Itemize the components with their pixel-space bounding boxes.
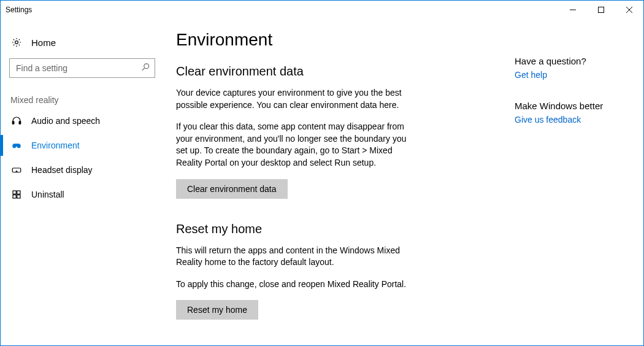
- svg-point-2: [144, 64, 149, 69]
- reset-home-button[interactable]: Reset my home: [176, 300, 258, 320]
- page-title: Environment: [176, 30, 499, 50]
- sidebar-item-label: Audio and speech: [31, 116, 100, 126]
- svg-rect-9: [17, 191, 20, 194]
- sidebar-category: Mixed reality: [1, 78, 166, 109]
- clear-environment-button[interactable]: Clear environment data: [176, 179, 288, 199]
- home-label: Home: [31, 37, 56, 48]
- close-button[interactable]: [615, 1, 643, 19]
- svg-rect-4: [19, 121, 21, 125]
- section-text: To apply this change, close and reopen M…: [176, 279, 415, 291]
- sidebar: Home Mixed reality Audio a: [1, 19, 166, 345]
- svg-rect-10: [13, 195, 16, 198]
- right-rail: Have a question? Get help Make Windows b…: [511, 19, 643, 345]
- section-text: If you clear this data, some app content…: [176, 121, 415, 169]
- section-title-reset-home: Reset my home: [176, 222, 499, 236]
- svg-rect-8: [13, 191, 16, 194]
- minimize-icon: [567, 4, 579, 16]
- section-title-clear-env: Clear environment data: [176, 64, 499, 79]
- minimize-button[interactable]: [559, 1, 587, 19]
- home-button[interactable]: Home: [1, 30, 166, 55]
- sidebar-item-label: Environment: [31, 140, 80, 150]
- search-container: [1, 55, 166, 78]
- window-controls: [559, 1, 643, 19]
- sidebar-item-label: Headset display: [31, 165, 93, 175]
- section-text: This will return the apps and content in…: [176, 245, 415, 269]
- environment-icon: [10, 139, 23, 152]
- section-text: Your device captures your environment to…: [176, 87, 415, 111]
- sidebar-item-audio-speech[interactable]: Audio and speech: [1, 109, 166, 133]
- sidebar-item-environment[interactable]: Environment: [1, 133, 166, 158]
- get-help-link[interactable]: Get help: [515, 70, 547, 80]
- maximize-icon: [595, 4, 607, 16]
- sidebar-item-headset-display[interactable]: Headset display: [1, 158, 166, 182]
- rail-feedback-heading: Make Windows better: [515, 101, 631, 111]
- uninstall-icon: [10, 188, 23, 201]
- svg-rect-0: [599, 7, 604, 13]
- window-body: Home Mixed reality Audio a: [1, 19, 643, 345]
- svg-rect-11: [17, 195, 20, 198]
- close-icon: [623, 4, 635, 16]
- svg-rect-7: [12, 168, 21, 172]
- search-icon: [141, 63, 150, 74]
- window-title: Settings: [6, 6, 32, 14]
- feedback-link[interactable]: Give us feedback: [515, 115, 581, 125]
- sidebar-item-uninstall[interactable]: Uninstall: [1, 182, 166, 207]
- search-input[interactable]: [10, 59, 155, 77]
- titlebar: Settings: [1, 1, 643, 19]
- maximize-button[interactable]: [587, 1, 615, 19]
- headset-icon: [10, 115, 23, 127]
- rail-question-heading: Have a question?: [515, 56, 631, 66]
- main-content: Environment Clear environment data Your …: [166, 19, 511, 345]
- search-box[interactable]: [9, 58, 155, 78]
- vr-headset-icon: [10, 164, 23, 176]
- svg-point-1: [15, 41, 18, 44]
- gear-icon: [10, 36, 23, 48]
- sidebar-item-label: Uninstall: [31, 190, 64, 199]
- svg-rect-3: [12, 121, 14, 125]
